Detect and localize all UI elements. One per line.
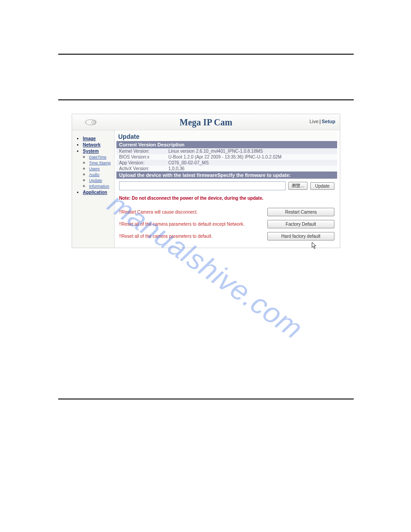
sidebar-sub-label: Information [89, 184, 109, 189]
sidebar: Image Network System DateTime Time Stamp… [72, 130, 115, 248]
upload-row: 瀏覽... Update [116, 179, 337, 193]
sidebar-sub-label: Time Stamp [89, 161, 111, 165]
kv-value: 1,0,0,36 [168, 166, 334, 171]
action-message: !!Reset all of the camera parameters to … [119, 234, 264, 239]
tab-live[interactable]: Live [309, 119, 318, 124]
action-row-hard-factory-default: !!Reset all of the camera parameters to … [116, 230, 337, 242]
sidebar-item-label: Network [83, 142, 100, 147]
kv-value: C076_00-02-07_MS [168, 160, 334, 165]
kv-row: App Version: C076_00-02-07_MS [116, 160, 337, 166]
section-current-version: Current Version Description [116, 141, 337, 148]
kv-key: Kernel Version: [119, 149, 168, 154]
sidebar-sub-timestamp[interactable]: Time Stamp [89, 160, 112, 165]
action-message: !!Reset all of the camera parameters to … [119, 222, 264, 227]
sidebar-item-image[interactable]: Image [83, 136, 112, 141]
kv-value: U-Boot 1.2.0 (Apr 22 2009 - 13:35:36) IP… [168, 154, 334, 159]
sidebar-sub-label: DateTime [89, 155, 107, 159]
factory-default-button[interactable]: Factory Default [267, 220, 334, 228]
sidebar-sub-datetime[interactable]: DateTime [89, 154, 112, 159]
sidebar-sub-label: Users [89, 167, 100, 171]
section-upload-firmware: Upload the device with the latest firmwa… [116, 172, 337, 179]
browse-button[interactable]: 瀏覽... [288, 182, 307, 190]
kv-key: ActivX Version: [119, 166, 168, 171]
sidebar-sub-label: Update [89, 178, 102, 183]
sidebar-sub-information[interactable]: Information [89, 184, 112, 189]
page-title: Update [116, 131, 337, 141]
kv-row: Kernel Version: Linux version 2.6.10_mvl… [116, 148, 337, 154]
app-title: Mega IP Cam [72, 114, 340, 130]
sidebar-item-network[interactable]: Network [83, 142, 112, 147]
update-button[interactable]: Update [310, 182, 334, 190]
horizontal-rule [58, 54, 354, 55]
sidebar-sub-audio[interactable]: Audio [89, 172, 112, 177]
sidebar-item-system[interactable]: System DateTime Time Stamp Users Audio U… [83, 149, 112, 189]
sidebar-sub-update[interactable]: Update [89, 178, 112, 183]
camera-logo-icon [84, 118, 103, 127]
sidebar-item-label: Image [83, 136, 96, 141]
horizontal-rule [58, 99, 354, 100]
header-tabs: Live|Setup [309, 119, 335, 124]
svg-point-0 [86, 120, 95, 125]
app-panel: Mega IP Cam Live|Setup Image Network Sys… [72, 114, 340, 248]
kv-key: App Version: [119, 160, 168, 165]
sidebar-sub-label: Audio [89, 172, 99, 177]
warning-note: Note: Do not disconnect the power of the… [116, 193, 337, 202]
app-header: Mega IP Cam Live|Setup [72, 114, 340, 130]
sidebar-item-label: Application [83, 190, 107, 195]
main-content: Update Current Version Description Kerne… [115, 130, 340, 248]
action-row-restart: !!Restart Camera will cause disconnect. … [116, 206, 337, 218]
tab-setup[interactable]: Setup [321, 119, 335, 124]
firmware-path-input[interactable] [119, 181, 286, 190]
kv-key: BIOS Version:x [119, 154, 168, 159]
kv-row: ActivX Version: 1,0,0,36 [116, 166, 337, 172]
kv-row: BIOS Version:x U-Boot 1.2.0 (Apr 22 2009… [116, 154, 337, 160]
action-row-factory-default: !!Reset all of the camera parameters to … [116, 218, 337, 230]
sidebar-sub-users[interactable]: Users [89, 166, 112, 171]
restart-camera-button[interactable]: Restart Camera [267, 208, 334, 216]
sidebar-item-label: System [83, 149, 99, 154]
sidebar-item-application[interactable]: Application [83, 190, 112, 195]
hard-factory-default-button[interactable]: Hard factory default [267, 232, 334, 240]
kv-value: Linux version 2.6.10_mvl401_IPNC-1.0.8.1… [168, 149, 334, 154]
action-message: !!Restart Camera will cause disconnect. [119, 210, 264, 215]
horizontal-rule [58, 399, 354, 399]
